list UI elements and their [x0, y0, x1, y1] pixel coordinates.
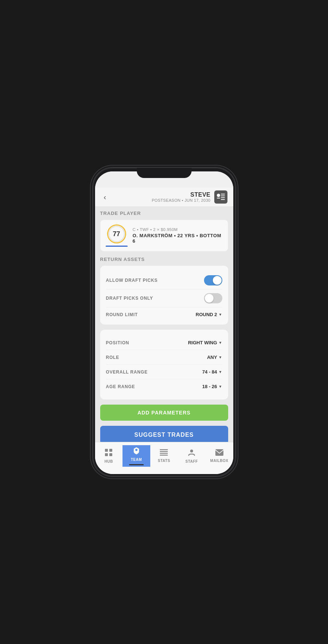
staff-icon	[188, 448, 196, 458]
overall-range-label: OVERALL RANGE	[106, 370, 148, 375]
age-range-value: 18 - 26	[202, 384, 217, 389]
nav-mailbox[interactable]: MAILBOX	[206, 448, 233, 464]
role-arrow: ▼	[219, 355, 222, 359]
svg-rect-0	[217, 194, 220, 197]
player-rating: 77	[113, 230, 120, 238]
suggest-trades-button[interactable]: SUGGEST TRADES	[100, 426, 228, 442]
role-value: ANY	[207, 355, 217, 360]
user-name: STEVE	[152, 192, 211, 198]
header-right: STEVE POSTSEASON • JUN 17, 2030	[152, 190, 227, 204]
round-limit-value: ROUND 2	[196, 312, 217, 317]
phone-screen: ‹ STEVE POSTSEASON • JUN 17, 2030	[95, 171, 233, 474]
mailbox-icon	[215, 449, 223, 458]
phone-shell: ‹ STEVE POSTSEASON • JUN 17, 2030	[93, 168, 235, 476]
nav-staff[interactable]: STAFF	[178, 447, 206, 465]
bottom-nav: HUB TEAM	[95, 442, 233, 474]
app-header: ‹ STEVE POSTSEASON • JUN 17, 2030	[95, 187, 233, 207]
hub-label: HUB	[105, 459, 113, 463]
phone-notch	[137, 168, 192, 178]
player-rating-inner: 77	[109, 226, 125, 242]
svg-rect-7	[109, 449, 112, 452]
allow-draft-picks-label: ALLOW DRAFT PICKS	[106, 278, 158, 283]
stats-icon	[160, 449, 168, 458]
svg-rect-11	[160, 449, 168, 450]
return-assets-title: RETURN ASSETS	[100, 257, 228, 262]
nav-stats[interactable]: STATS	[150, 448, 178, 464]
age-range-row: AGE RANGE 18 - 26 ▼	[106, 379, 222, 394]
round-limit-label: ROUND LIMIT	[106, 312, 138, 317]
svg-rect-4	[221, 197, 225, 198]
trade-player-title: TRADE PLAYER	[100, 211, 228, 216]
position-row: POSITION RIGHT WING ▼	[106, 336, 222, 350]
svg-rect-6	[105, 449, 108, 452]
filters-card: POSITION RIGHT WING ▼ ROLE ANY ▼ OVERALL…	[100, 330, 228, 399]
position-dropdown[interactable]: RIGHT WING ▼	[188, 340, 222, 345]
player-position-info: C • TWF • 2 × $0.950M	[133, 227, 223, 232]
round-limit-arrow: ▼	[219, 312, 222, 317]
player-underline	[106, 246, 128, 247]
svg-rect-9	[109, 453, 112, 456]
allow-draft-picks-row: ALLOW DRAFT PICKS	[106, 272, 222, 289]
stats-label: STATS	[158, 459, 170, 463]
svg-rect-13	[160, 453, 168, 454]
svg-rect-12	[160, 451, 168, 452]
role-dropdown[interactable]: ANY ▼	[207, 355, 222, 360]
age-range-dropdown[interactable]: 18 - 26 ▼	[202, 384, 222, 389]
toggle-knob-on	[213, 276, 222, 285]
nav-hub[interactable]: HUB	[95, 447, 123, 465]
back-button[interactable]: ‹	[101, 192, 109, 203]
svg-rect-2	[221, 194, 225, 194]
scroll-area: TRADE PLAYER 77 C • TWF • 2 × $0.950M O.…	[95, 207, 233, 442]
player-card[interactable]: 77 C • TWF • 2 × $0.950M O. MARKSTRÖM • …	[100, 220, 228, 251]
header-title-group: STEVE POSTSEASON • JUN 17, 2030	[152, 192, 211, 202]
overall-range-arrow: ▼	[219, 370, 222, 374]
round-limit-row: ROUND LIMIT ROUND 2 ▼	[106, 307, 222, 319]
header-subtitle: POSTSEASON • JUN 17, 2030	[152, 198, 211, 202]
toggle-knob-off	[205, 294, 214, 303]
svg-rect-1	[217, 198, 220, 198]
role-row: ROLE ANY ▼	[106, 350, 222, 365]
position-value: RIGHT WING	[188, 340, 217, 345]
overall-range-row: OVERALL RANGE 74 - 84 ▼	[106, 365, 222, 379]
staff-label: STAFF	[185, 459, 198, 463]
role-label: ROLE	[106, 355, 120, 360]
age-range-label: AGE RANGE	[106, 384, 135, 389]
svg-rect-3	[221, 196, 225, 196]
player-rating-circle: 77	[107, 224, 126, 243]
svg-rect-5	[221, 199, 225, 200]
draft-picks-only-row: DRAFT PICKS ONLY	[106, 289, 222, 307]
team-icon	[132, 447, 140, 457]
svg-point-10	[135, 449, 137, 451]
add-parameters-button[interactable]: ADD PARAMETERS	[100, 405, 228, 421]
trade-player-section: TRADE PLAYER 77 C • TWF • 2 × $0.950M O.…	[100, 211, 228, 251]
mailbox-label: MAILBOX	[210, 459, 229, 463]
draft-picks-only-label: DRAFT PICKS ONLY	[106, 296, 153, 301]
nav-active-indicator	[129, 464, 144, 465]
svg-rect-16	[215, 449, 223, 456]
profile-icon[interactable]	[214, 190, 227, 204]
draft-picks-only-toggle[interactable]	[204, 293, 222, 303]
position-label: POSITION	[106, 340, 129, 345]
allow-draft-picks-toggle[interactable]	[204, 275, 222, 285]
position-arrow: ▼	[219, 341, 222, 345]
svg-point-15	[190, 450, 193, 452]
svg-rect-8	[105, 453, 108, 456]
round-limit-dropdown[interactable]: ROUND 2 ▼	[196, 312, 222, 317]
age-range-arrow: ▼	[219, 384, 222, 389]
player-info: C • TWF • 2 × $0.950M O. MARKSTRÖM • 22 …	[133, 227, 223, 244]
return-assets-section: RETURN ASSETS ALLOW DRAFT PICKS DRAFT PI…	[100, 257, 228, 325]
nav-team[interactable]: TEAM	[122, 445, 150, 467]
player-name-info: O. MARKSTRÖM • 22 YRS • BOTTOM 6	[133, 233, 223, 244]
team-label: TEAM	[131, 458, 142, 462]
return-assets-card: ALLOW DRAFT PICKS DRAFT PICKS ONLY ROUND…	[100, 266, 228, 325]
hub-icon	[105, 448, 113, 458]
svg-rect-14	[160, 455, 168, 456]
overall-range-value: 74 - 84	[202, 369, 217, 375]
overall-range-dropdown[interactable]: 74 - 84 ▼	[202, 369, 222, 375]
